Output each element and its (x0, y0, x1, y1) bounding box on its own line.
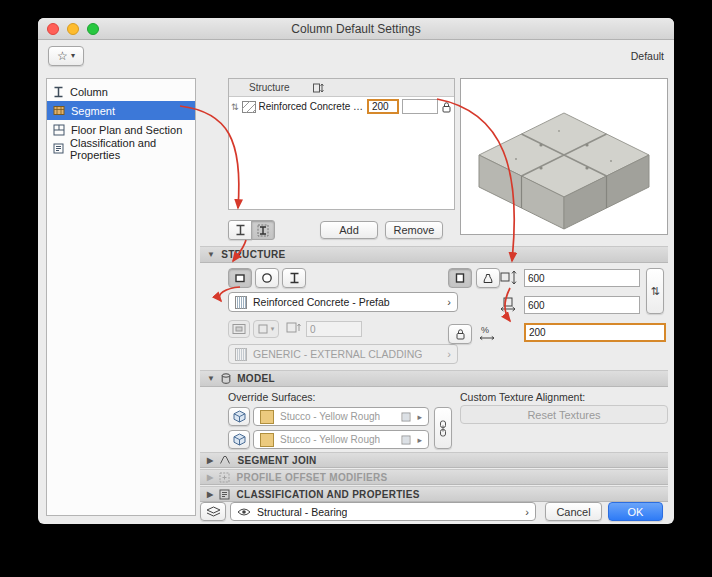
shape-rectangle-button[interactable] (228, 268, 252, 288)
circle-icon (261, 272, 273, 284)
eye-icon (237, 507, 251, 517)
veneer-offset-icon (286, 321, 301, 334)
window-title: Column Default Settings (291, 22, 420, 36)
reset-textures-label: Reset Textures (527, 409, 600, 421)
close-button[interactable] (47, 23, 59, 35)
surface-dropdown[interactable]: Stucco - Yellow Rough ▸ (253, 430, 429, 449)
layers-icon (206, 506, 221, 518)
structure-section-bar[interactable]: ▼ STRUCTURE (200, 246, 668, 263)
uniform-column-button[interactable] (448, 268, 472, 288)
model-icon (221, 373, 231, 384)
width-input[interactable] (524, 269, 640, 287)
chevron-right-icon: ▸ (417, 412, 422, 422)
profile-offset-section-bar[interactable]: ▶ PROFILE OFFSET MODIFIERS (200, 469, 668, 485)
segment-join-section-bar[interactable]: ▶ SEGMENT JOIN (200, 452, 668, 468)
ibeam-icon (289, 272, 300, 284)
sidebar-item-segment[interactable]: Segment (47, 101, 195, 120)
veneer-frame-icon (232, 323, 246, 335)
core-material-dropdown[interactable]: Reinforced Concrete - Prefab › (228, 292, 458, 312)
column-height-icon (312, 82, 324, 94)
settings-sidebar: Column Segment Floor Plan and Section Cl… (46, 78, 196, 516)
favorites-button[interactable]: ☆ ▾ (48, 46, 84, 66)
remove-button[interactable]: Remove (385, 221, 443, 239)
height-input[interactable] (524, 323, 666, 342)
segment-icon (53, 105, 65, 116)
add-button[interactable]: Add (320, 221, 378, 239)
surface-override-button[interactable] (228, 430, 250, 449)
cancel-button[interactable]: Cancel (545, 502, 602, 521)
core-material-name: Reinforced Concrete - Prefab (253, 296, 390, 308)
segment-join-icon (219, 455, 231, 465)
cube-icon (233, 410, 246, 423)
model-section-bar[interactable]: ▼ MODEL (200, 370, 668, 387)
structure-list-row[interactable]: ⇅ Reinforced Concrete - Prefab (229, 97, 454, 116)
percent-offset-icon: % (478, 324, 498, 341)
zoom-button[interactable] (87, 23, 99, 35)
model-section-title: MODEL (237, 373, 275, 384)
structure-header-label: Structure (229, 82, 290, 93)
surface-dropdown[interactable]: Stucco - Yellow Rough ▸ (253, 407, 429, 426)
layer-dropdown[interactable]: Structural - Bearing › (230, 502, 536, 521)
tab-profile-column[interactable] (251, 220, 275, 240)
depth-input[interactable] (524, 296, 640, 314)
tapered-column-button[interactable] (476, 268, 500, 288)
layer-button[interactable] (200, 502, 226, 521)
cube-icon (233, 433, 246, 446)
chevron-right-icon: › (447, 348, 451, 360)
width-dimension-icon (500, 270, 518, 285)
shape-circle-button[interactable] (255, 268, 279, 288)
surface-override-button[interactable] (228, 407, 250, 426)
segment-extra-input[interactable] (402, 99, 438, 114)
floor-plan-icon (53, 124, 65, 136)
sidebar-item-label: Floor Plan and Section (71, 124, 182, 136)
titlebar: Column Default Settings (38, 18, 674, 40)
cancel-button-label: Cancel (556, 506, 590, 518)
surface-settings-icon (401, 412, 411, 422)
chain-icon (438, 420, 448, 437)
disclosure-open-icon: ▼ (207, 374, 215, 383)
veneer-frame-button[interactable] (228, 320, 250, 338)
layer-name: Structural - Bearing (257, 506, 347, 518)
classification-title: CLASSIFICATION AND PROPERTIES (236, 489, 419, 500)
segment-material-name: Reinforced Concrete - Prefab (259, 101, 364, 112)
surface-swatch (260, 433, 274, 447)
segment-height-input[interactable] (367, 99, 399, 114)
cladding-swatch-icon (235, 348, 247, 361)
structure-list-table: Structure ⇅ Reinforced Concrete - Prefab (228, 78, 455, 210)
preview-3d[interactable] (460, 78, 668, 235)
concrete-blocks-image (461, 79, 667, 234)
column-default-settings-dialog: Column Default Settings ☆ ▾ Default Colu… (38, 18, 674, 524)
ok-button[interactable]: OK (608, 502, 663, 521)
chevron-down-icon: ▾ (271, 325, 275, 333)
reset-textures-button[interactable]: Reset Textures (460, 405, 668, 424)
disclosure-open-icon: ▼ (207, 250, 215, 259)
sidebar-item-label: Segment (71, 105, 115, 117)
sidebar-item-label: Column (70, 86, 108, 98)
sidebar-item-label: Classification and Properties (70, 137, 189, 161)
default-label: Default (631, 50, 664, 62)
chevron-right-icon: › (525, 506, 529, 518)
sidebar-item-classification[interactable]: Classification and Properties (47, 139, 195, 158)
custom-texture-label: Custom Texture Alignment: (460, 391, 585, 403)
uniform-column-icon (454, 272, 466, 284)
profile-column-icon (257, 224, 269, 237)
hatch-swatch-icon (242, 101, 256, 113)
veneer-dropdown-button[interactable]: ▾ (253, 320, 279, 338)
veneer-thickness-input[interactable] (306, 321, 362, 337)
add-button-label: Add (339, 224, 359, 236)
tab-plain-column[interactable] (228, 220, 252, 240)
disclosure-closed-icon: ▶ (207, 490, 213, 499)
minimize-button[interactable] (67, 23, 79, 35)
classification-icon (53, 143, 64, 154)
link-surfaces-button[interactable] (434, 407, 452, 449)
svg-text:%: % (481, 325, 489, 335)
classification-section-bar[interactable]: ▶ CLASSIFICATION AND PROPERTIES (200, 486, 668, 502)
cladding-dropdown[interactable]: GENERIC - EXTERNAL CLADDING › (228, 344, 458, 364)
lock-icon[interactable] (441, 101, 452, 113)
swap-dimensions-button[interactable]: ⇅ (646, 268, 664, 314)
surface-swatch (260, 410, 274, 424)
shape-profile-button[interactable] (282, 268, 306, 288)
sidebar-item-column[interactable]: Column (47, 82, 195, 101)
lock-ratio-button[interactable] (448, 324, 472, 344)
override-surfaces-label: Override Surfaces: (228, 391, 316, 403)
